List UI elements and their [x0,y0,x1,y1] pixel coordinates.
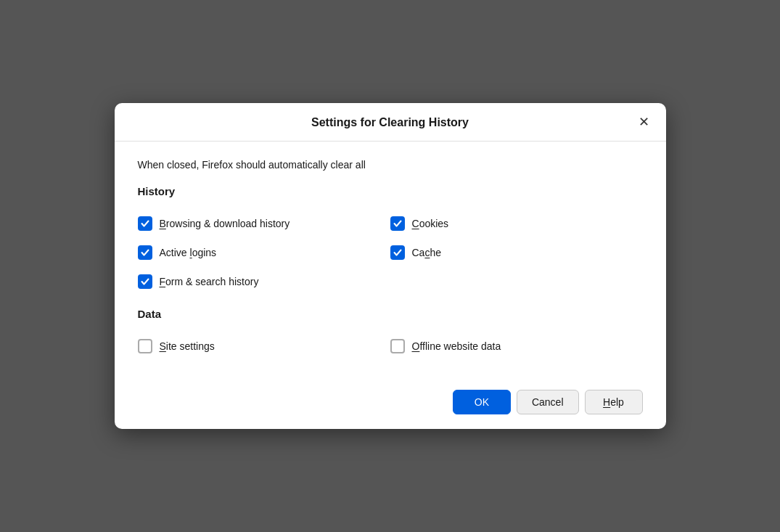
dialog-body: When closed, Firefox should automaticall… [115,142,666,381]
checkbox-row-cookies: Cookies [390,209,643,238]
checkbox-label-logins[interactable]: Active logins [160,247,217,258]
checkbox-label-cookies[interactable]: Cookies [412,218,449,229]
help-button[interactable]: Help [585,390,643,414]
checkbox-row-offline: Offline website data [390,332,643,361]
checkbox-label-form[interactable]: Form & search history [160,276,259,287]
checkbox-label-browsing[interactable]: Browsing & download history [160,218,290,229]
cancel-button[interactable]: Cancel [517,390,579,414]
checkbox-row-form: Form & search history [138,267,643,296]
checkbox-site-settings[interactable] [138,339,152,353]
history-section: History Browsing & download history [138,185,643,296]
checkbox-cache[interactable] [390,245,405,260]
checkbox-form[interactable] [138,274,152,289]
checkbox-browsing[interactable] [138,216,152,231]
close-button[interactable]: ✕ [634,112,654,132]
checkbox-offline[interactable] [390,339,405,353]
history-checkboxes-grid: Browsing & download history Cookies [138,209,643,296]
settings-dialog: Settings for Clearing History ✕ When clo… [115,103,666,429]
checkbox-row-site-settings: Site settings [138,332,390,361]
data-section-title: Data [138,308,643,320]
dialog-header: Settings for Clearing History ✕ [115,103,666,142]
checkbox-label-cache[interactable]: Cache [412,247,441,258]
checkbox-row-cache: Cache [390,238,643,267]
dialog-footer: OK Cancel Help [115,381,666,429]
ok-button[interactable]: OK [453,390,511,414]
history-section-title: History [138,185,643,197]
data-checkboxes-grid: Site settings Offline website data [138,332,643,361]
checkbox-cookies[interactable] [390,216,405,231]
description-text: When closed, Firefox should automaticall… [138,159,643,171]
checkbox-label-offline[interactable]: Offline website data [412,340,501,352]
checkbox-row-logins: Active logins [138,238,390,267]
checkbox-logins[interactable] [138,245,152,260]
data-section: Data Site settings [138,308,643,361]
checkbox-label-site-settings[interactable]: Site settings [160,340,215,352]
checkbox-row-browsing: Browsing & download history [138,209,390,238]
dialog-title: Settings for Clearing History [311,116,469,129]
dialog-overlay: Settings for Clearing History ✕ When clo… [115,103,666,429]
